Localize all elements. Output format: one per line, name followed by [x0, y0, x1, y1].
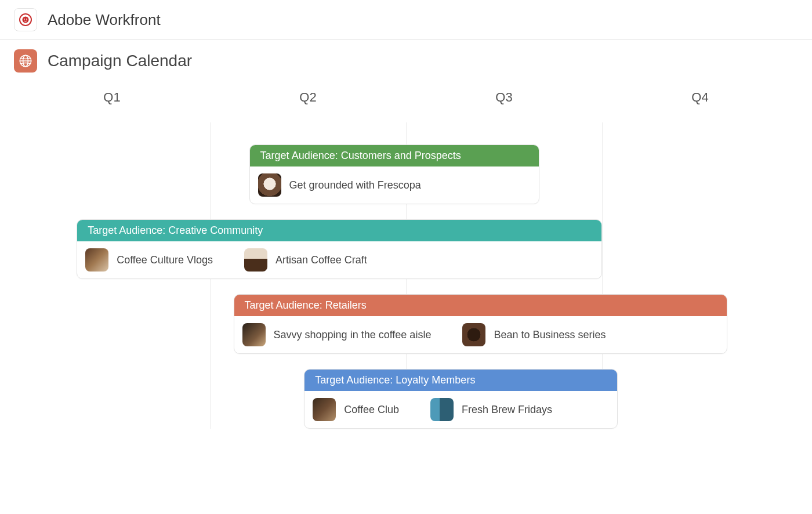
campaign-item-label: Savvy shopping in the coffee aisle [274, 329, 432, 341]
campaign-bar-header: Target Audience: Customers and Prospects [250, 145, 539, 166]
campaign-bar-body: Get grounded with Frescopa [250, 166, 539, 204]
globe-icon [14, 49, 37, 73]
lane-loyalty-members: Target Audience: Loyalty MembersCoffee C… [14, 369, 798, 429]
app-title: Adobe Workfront [48, 11, 161, 29]
campaign-item-label: Bean to Business series [494, 329, 606, 341]
quarter-row: Q1Q2Q3Q4 [14, 82, 798, 121]
campaign-bar-header: Target Audience: Loyalty Members [304, 370, 617, 391]
campaign-bar-body: Coffee ClubFresh Brew Fridays [304, 391, 617, 428]
campaign-item-artisan-coffee-craft[interactable]: Artisan Coffee Craft [244, 248, 367, 272]
campaign-item-bean-to-business[interactable]: Bean to Business series [462, 323, 606, 346]
page-title: Campaign Calendar [48, 52, 192, 70]
campaign-calendar: Q1Q2Q3Q4 Target Audience: Customers and … [14, 82, 798, 429]
svg-point-2 [24, 19, 25, 20]
campaign-item-frescopa[interactable]: Get grounded with Frescopa [258, 173, 421, 197]
calendar-lanes: Target Audience: Customers and Prospects… [14, 121, 798, 429]
campaign-thumb-icon [85, 248, 108, 272]
campaign-thumb-icon [430, 398, 454, 421]
campaign-bar-header: Target Audience: Retailers [234, 295, 727, 316]
campaign-item-label: Get grounded with Frescopa [289, 179, 421, 191]
campaign-thumb-icon [244, 248, 267, 272]
quarter-label-q2: Q2 [210, 90, 406, 105]
lane-customers-and-prospects: Target Audience: Customers and Prospects… [14, 144, 798, 204]
campaign-thumb-icon [313, 398, 336, 421]
campaign-thumb-icon [242, 323, 266, 346]
campaign-item-label: Fresh Brew Fridays [462, 404, 552, 416]
campaign-item-fresh-brew-fridays[interactable]: Fresh Brew Fridays [430, 398, 552, 421]
campaign-item-label: Artisan Coffee Craft [276, 254, 367, 266]
campaign-thumb-icon [258, 173, 281, 197]
quarter-label-q3: Q3 [406, 90, 602, 105]
campaign-item-label: Coffee Club [344, 404, 399, 416]
app-header: Adobe Workfront [0, 0, 812, 40]
lane-retailers: Target Audience: RetailersSavvy shopping… [14, 294, 798, 354]
brand-lion-icon [14, 8, 37, 31]
campaign-item-savvy-shopping[interactable]: Savvy shopping in the coffee aisle [242, 323, 432, 346]
campaign-bar-header: Target Audience: Creative Community [77, 220, 601, 241]
svg-point-3 [26, 19, 27, 20]
campaign-bar-body: Savvy shopping in the coffee aisleBean t… [234, 316, 727, 353]
page-header: Campaign Calendar [0, 40, 812, 76]
quarter-label-q1: Q1 [14, 90, 210, 105]
campaign-thumb-icon [462, 323, 485, 346]
campaign-bar-customers-and-prospects[interactable]: Target Audience: Customers and Prospects… [249, 144, 539, 204]
campaign-item-coffee-club[interactable]: Coffee Club [313, 398, 399, 421]
campaign-bar-loyalty-members[interactable]: Target Audience: Loyalty MembersCoffee C… [304, 369, 618, 429]
campaign-bar-body: Coffee Culture VlogsArtisan Coffee Craft [77, 241, 601, 278]
quarter-label-q4: Q4 [602, 90, 798, 105]
campaign-item-label: Coffee Culture Vlogs [117, 254, 213, 266]
campaign-bar-retailers[interactable]: Target Audience: RetailersSavvy shopping… [234, 294, 728, 354]
lane-creative-community: Target Audience: Creative CommunityCoffe… [14, 219, 798, 279]
campaign-item-coffee-culture-vlogs[interactable]: Coffee Culture Vlogs [85, 248, 213, 272]
svg-point-1 [23, 17, 29, 23]
campaign-bar-creative-community[interactable]: Target Audience: Creative CommunityCoffe… [77, 219, 602, 279]
